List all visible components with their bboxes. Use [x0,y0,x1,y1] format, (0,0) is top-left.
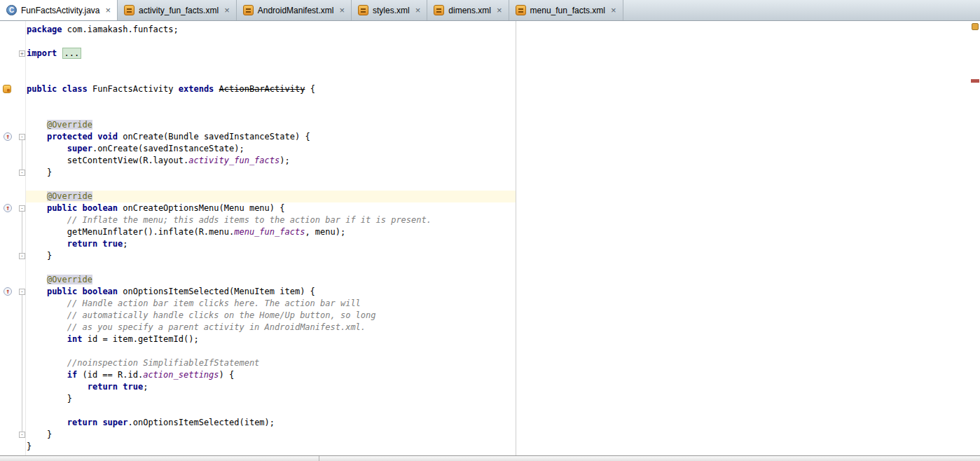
code-line[interactable]: //noinspection SimplifiableIfStatement [27,357,969,369]
code-line[interactable]: @Override [27,274,969,286]
xml-file-icon [434,5,444,15]
tab-dimens.xml[interactable]: dimens.xml× [427,0,509,20]
override-gutter-icon[interactable]: ↑ [4,132,12,141]
tab-menu_fun_facts.xml[interactable]: menu_fun_facts.xml× [509,0,623,20]
gutter-separator [25,21,26,455]
fold-marker[interactable]: - [19,134,25,140]
code-line[interactable] [27,71,969,83]
code-line[interactable]: // Inflate the menu; this adds items to … [27,214,969,226]
tab-label: styles.xml [373,6,410,15]
code-line[interactable] [27,107,969,119]
error-stripe-warnings-indicator-icon[interactable] [972,23,979,30]
xml-file-icon [243,5,254,15]
code-line[interactable]: public class FunFactsActivity extends Ac… [27,83,969,95]
tab-close-icon[interactable]: × [497,6,502,15]
code-line[interactable]: setContentView(R.layout.activity_fun_fac… [27,155,969,167]
tab-label: AndroidManifest.xml [258,6,334,15]
code-line[interactable]: return true; [27,238,969,250]
override-gutter-icon[interactable]: ↑ [4,204,12,212]
code-line[interactable]: @Override [27,119,969,131]
code-line[interactable]: super.onCreate(savedInstanceState); [27,143,969,155]
code-editor[interactable]: package com.iamakash.funfacts;import ...… [0,21,980,455]
fold-region-line [22,295,22,432]
code-line[interactable] [27,405,969,417]
fold-marker[interactable]: - [19,170,25,176]
code-line[interactable] [27,179,969,191]
fold-marker[interactable]: - [19,432,25,438]
error-stripe-mark[interactable] [971,79,979,83]
code-line[interactable]: package com.iamakash.funfacts; [27,24,969,36]
code-line[interactable]: } [27,393,969,405]
tab-close-icon[interactable]: × [105,6,111,15]
tab-styles.xml[interactable]: styles.xml× [352,0,427,20]
xml-file-icon [124,5,134,15]
tab-label: activity_fun_facts.xml [139,6,219,15]
class-gutter-icon[interactable] [3,85,11,93]
fold-marker[interactable]: - [19,289,25,295]
code-line[interactable]: } [27,441,969,453]
code-area[interactable]: package com.iamakash.funfacts;import ...… [27,24,969,453]
tab-close-icon[interactable]: × [339,6,345,15]
tab-label: dimens.xml [448,6,491,15]
fold-region-line [22,212,22,253]
code-line[interactable] [27,95,969,107]
code-line[interactable]: public boolean onOptionsItemSelected(Men… [27,286,969,298]
code-line[interactable]: int id = item.getItemId(); [27,333,969,345]
tab-activity_fun_facts.xml[interactable]: activity_fun_facts.xml× [118,0,237,20]
fold-region-line [22,140,22,170]
code-line[interactable]: } [27,167,969,179]
code-line[interactable] [27,262,969,274]
fold-marker[interactable]: - [19,253,25,259]
tab-AndroidManifest.xml[interactable]: AndroidManifest.xml× [237,0,352,20]
code-line[interactable]: // automatically handle clicks on the Ho… [27,310,969,322]
code-line[interactable]: @Override [27,191,969,202]
code-line[interactable] [27,345,969,357]
bottom-panel-divider [319,456,319,461]
code-line[interactable] [27,36,969,48]
editor-tab-bar: CFunFactsActivity.java×activity_fun_fact… [0,0,980,21]
fold-marker[interactable]: - [19,205,25,212]
java-class-icon: C [6,5,17,15]
tab-label: FunFactsActivity.java [21,6,99,15]
up-arrow-glyph: ↑ [4,204,11,212]
code-line[interactable]: return true; [27,381,969,393]
code-line[interactable]: } [27,250,969,262]
tab-label: menu_fun_facts.xml [530,6,605,15]
fold-marker[interactable]: + [19,50,25,57]
override-gutter-icon[interactable]: ↑ [4,287,12,296]
tab-close-icon[interactable]: × [611,6,616,15]
code-line[interactable]: import ... [27,48,969,60]
xml-file-icon [358,5,368,15]
code-line[interactable]: // as you specify a parent activity in A… [27,322,969,333]
code-line[interactable]: return super.onOptionsItemSelected(item)… [27,417,969,429]
tab-close-icon[interactable]: × [224,6,230,15]
code-line[interactable]: protected void onCreate(Bundle savedInst… [27,131,969,143]
folded-import-region[interactable]: ... [62,48,82,59]
code-line[interactable]: if (id == R.id.action_settings) { [27,369,969,381]
up-arrow-glyph: ↑ [4,287,11,296]
tab-FunFactsActivity.java[interactable]: CFunFactsActivity.java× [0,0,118,20]
code-line[interactable]: } [27,429,969,441]
code-line[interactable]: // Handle action bar item clicks here. T… [27,298,969,310]
error-stripe[interactable] [970,21,980,455]
up-arrow-glyph: ↑ [4,132,11,141]
code-line[interactable] [27,60,969,71]
tab-close-icon[interactable]: × [415,6,421,15]
xml-file-icon [516,5,526,15]
code-line[interactable]: getMenuInflater().inflate(R.menu.menu_fu… [27,226,969,238]
code-line[interactable]: public boolean onCreateOptionsMenu(Menu … [27,202,969,214]
bottom-panel-splitter[interactable] [0,455,980,461]
